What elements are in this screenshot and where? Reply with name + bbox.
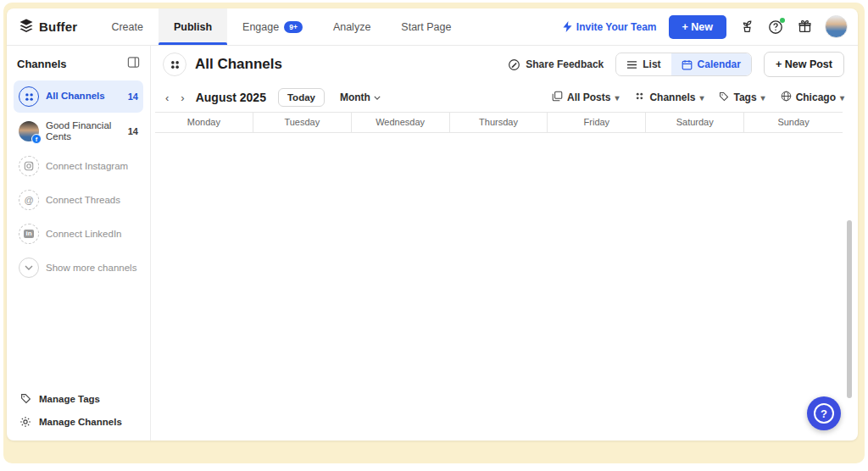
- calendar-view-button[interactable]: Calendar: [671, 53, 751, 75]
- channel-avatar: f: [19, 121, 39, 141]
- filter-channels[interactable]: Channels▾: [634, 91, 704, 104]
- channel-list: All Channels14fGood Financial Cents14Con…: [14, 80, 143, 285]
- today-button[interactable]: Today: [278, 88, 325, 107]
- question-mark-icon: ?: [814, 403, 834, 424]
- channel-count: 14: [128, 126, 138, 136]
- page-title: All Channels: [195, 56, 282, 73]
- nav-tab-label: Analyze: [333, 21, 370, 33]
- filter-all-posts[interactable]: All Posts▾: [552, 91, 619, 104]
- sidebar-spacer: [14, 285, 143, 387]
- help-floating-button[interactable]: ?: [807, 396, 841, 430]
- channel-label: Connect LinkedIn: [46, 229, 138, 240]
- filter-label: Tags: [733, 91, 756, 103]
- filters-bar: All Posts▾Channels▾Tags▾Chicago▾: [552, 91, 844, 104]
- filter-tags[interactable]: Tags▾: [719, 91, 765, 104]
- nav-tab-label: Start Page: [401, 21, 451, 33]
- weekday-header-row: MondayTuesdayWednesdayThursdayFridaySatu…: [155, 113, 843, 133]
- chevron-down-icon: ▾: [840, 93, 844, 103]
- chevron-down-icon: ▾: [615, 93, 619, 103]
- sidebar-item-show-more-channels[interactable]: Show more channels: [14, 252, 143, 284]
- nav-tab-analyze[interactable]: Analyze: [318, 8, 386, 45]
- filter-label: Chicago: [796, 91, 836, 103]
- tag-icon: [719, 91, 729, 104]
- weekday-sunday: Sunday: [744, 113, 843, 133]
- linkedin-icon: in: [19, 224, 39, 244]
- gift-icon[interactable]: [796, 19, 813, 36]
- prev-month-button[interactable]: ‹: [163, 91, 171, 104]
- channels-sidebar: Channels All Channels14fGood Financial C…: [7, 46, 151, 441]
- week-row-3: [155, 353, 843, 441]
- week-row-2: [155, 243, 843, 353]
- nav-tab-start-page[interactable]: Start Page: [386, 8, 466, 45]
- buffer-logo[interactable]: Buffer: [19, 8, 77, 45]
- new-post-button[interactable]: + New Post: [764, 52, 844, 77]
- manage-channels-button[interactable]: Manage Channels: [14, 410, 143, 434]
- calendar-area: MondayTuesdayWednesdayThursdayFridaySatu…: [151, 112, 858, 441]
- top-navigation: Buffer CreatePublishEngage9+AnalyzeStart…: [7, 8, 858, 46]
- chevron-down-icon: [19, 258, 39, 278]
- manage-tags-button[interactable]: Manage Tags: [14, 387, 143, 410]
- tag-icon: [19, 393, 32, 404]
- channel-label: Connect Threads: [46, 195, 138, 206]
- calendar-grid: MondayTuesdayWednesdayThursdayFridaySatu…: [155, 112, 843, 441]
- filter-label: Channels: [649, 91, 695, 103]
- weekday-thursday: Thursday: [450, 113, 548, 133]
- weekday-tuesday: Tuesday: [253, 113, 352, 133]
- globe-icon: [781, 91, 792, 104]
- sidebar-item-all-channels[interactable]: All Channels14: [14, 80, 143, 113]
- facebook-badge-icon: f: [31, 134, 42, 144]
- app-body: Channels All Channels14fGood Financial C…: [7, 46, 858, 441]
- nav-tab-publish[interactable]: Publish: [159, 8, 227, 45]
- main-nav-tabs: CreatePublishEngage9+AnalyzeStart Page: [96, 8, 466, 45]
- buffer-app-window: Buffer CreatePublishEngage9+AnalyzeStart…: [7, 8, 858, 441]
- posts-icon: [552, 91, 563, 104]
- help-notification-dot: [780, 18, 785, 23]
- feedback-icon: [508, 58, 520, 71]
- sidebar-title: Channels: [17, 58, 67, 70]
- nav-tab-label: Create: [111, 21, 143, 33]
- help-icon[interactable]: [767, 19, 784, 36]
- main-header-actions: Share Feedback List Calendar + New Post: [508, 52, 844, 77]
- next-month-button[interactable]: ›: [178, 91, 186, 104]
- sidebar-header: Channels: [14, 54, 143, 80]
- start-trial-plant-icon[interactable]: [738, 19, 755, 36]
- collapse-sidebar-icon[interactable]: [127, 56, 140, 72]
- sidebar-item-connect-linkedin[interactable]: inConnect LinkedIn: [14, 218, 143, 250]
- weekday-monday: Monday: [155, 113, 253, 133]
- engage-count-badge: 9+: [284, 21, 303, 33]
- weekday-saturday: Saturday: [646, 113, 744, 133]
- channel-label: Connect Instagram: [46, 161, 138, 172]
- filter-chicago[interactable]: Chicago▾: [781, 91, 844, 104]
- sidebar-item-good-financial-cents[interactable]: fGood Financial Cents14: [14, 114, 143, 148]
- invite-your-team-link[interactable]: Invite Your Team: [563, 21, 657, 33]
- buffer-logo-icon: [19, 18, 34, 36]
- threads-icon: @: [19, 190, 39, 210]
- sidebar-item-connect-threads[interactable]: @Connect Threads: [14, 184, 143, 216]
- nav-tab-create[interactable]: Create: [96, 8, 159, 45]
- all-channels-icon: [19, 86, 39, 107]
- calendar-icon: [682, 59, 693, 70]
- calendar-toolbar: ‹ › August 2025 Today Month All Posts▾Ch…: [151, 83, 858, 112]
- view-mode-dropdown[interactable]: Month: [340, 91, 381, 103]
- nav-tab-label: Engage: [242, 21, 279, 33]
- footer-label: Manage Channels: [39, 417, 122, 427]
- main-header: All Channels Share Feedback List Cal: [151, 46, 858, 83]
- chevron-down-icon: [374, 96, 381, 100]
- filter-label: All Posts: [567, 91, 610, 103]
- nav-tab-engage[interactable]: Engage9+: [227, 8, 318, 45]
- sidebar-item-connect-instagram[interactable]: Connect Instagram: [14, 150, 143, 182]
- channel-label: Show more channels: [46, 263, 138, 274]
- instagram-icon: [19, 156, 39, 176]
- weekday-wednesday: Wednesday: [352, 113, 450, 133]
- lightning-icon: [563, 21, 572, 32]
- new-button[interactable]: + New: [669, 15, 726, 39]
- channel-count: 14: [128, 91, 138, 102]
- list-view-button[interactable]: List: [616, 53, 670, 75]
- vertical-scrollbar[interactable]: [847, 220, 852, 398]
- user-avatar[interactable]: [825, 15, 848, 38]
- share-feedback-button[interactable]: Share Feedback: [508, 58, 604, 71]
- calendar-weeks: [155, 133, 843, 441]
- weekday-friday: Friday: [548, 113, 646, 133]
- gear-icon: [19, 416, 32, 428]
- view-toggle: List Calendar: [615, 53, 752, 76]
